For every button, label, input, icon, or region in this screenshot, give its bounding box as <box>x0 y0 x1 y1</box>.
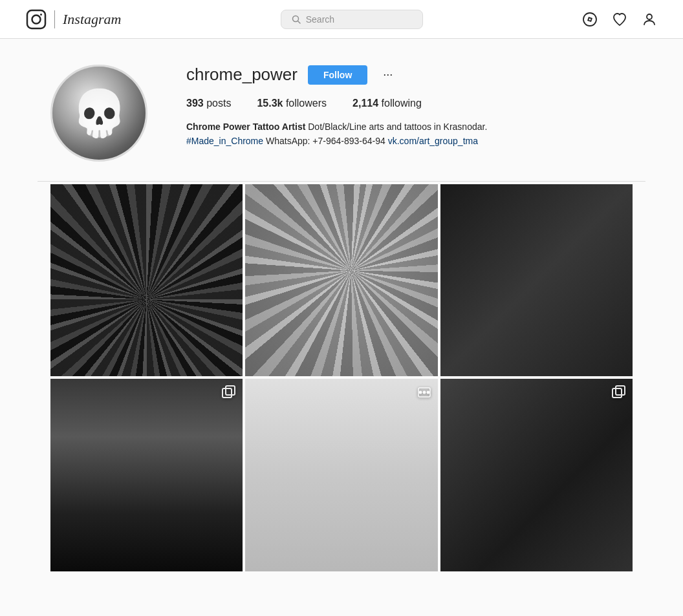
heart-icon[interactable] <box>612 12 627 27</box>
header-divider <box>54 10 55 28</box>
svg-rect-16 <box>616 386 625 395</box>
svg-rect-10 <box>226 386 235 395</box>
svg-point-7 <box>589 18 591 20</box>
following-label: following <box>382 98 422 109</box>
multiple-images-icon <box>222 385 236 399</box>
svg-point-8 <box>647 14 652 19</box>
grid-item[interactable] <box>245 184 437 376</box>
svg-line-4 <box>298 21 300 23</box>
explore-icon[interactable] <box>582 12 598 27</box>
avatar[interactable] <box>50 65 147 162</box>
following-count: 2,114 <box>352 98 378 109</box>
avatar-image <box>52 67 146 160</box>
svg-point-11 <box>418 391 422 394</box>
svg-rect-0 <box>27 10 45 28</box>
svg-point-12 <box>422 391 426 394</box>
search-bar[interactable]: Search <box>281 10 423 29</box>
followers-stat[interactable]: 15.3k followers <box>257 98 327 109</box>
instagram-wordmark: Instagram <box>63 11 121 28</box>
search-placeholder-text: Search <box>306 14 334 25</box>
profile-info: chrome_power Follow ··· 393 posts 15.3k … <box>186 65 633 149</box>
grid-item[interactable] <box>440 379 633 571</box>
bio-display-name: Chrome Power Tattoo Artist <box>186 122 305 132</box>
profile-top-row: chrome_power Follow ··· <box>186 65 633 85</box>
search-icon <box>292 15 301 24</box>
svg-point-13 <box>426 391 429 394</box>
svg-rect-9 <box>222 388 232 398</box>
more-options-button[interactable]: ··· <box>378 65 398 84</box>
grid-item[interactable] <box>245 379 437 571</box>
person-icon[interactable] <box>642 12 657 27</box>
grid-item[interactable] <box>50 184 243 376</box>
bio-hashtag[interactable]: #Made_in_Chrome <box>186 136 263 146</box>
app-header: Instagram Search <box>0 0 683 39</box>
profile-grid-divider <box>38 181 645 182</box>
posts-count: 393 <box>186 98 204 109</box>
header-logo-area: Instagram <box>26 9 121 30</box>
following-stat[interactable]: 2,114 following <box>352 98 422 109</box>
svg-point-2 <box>40 14 42 16</box>
profile-stats: 393 posts 15.3k followers 2,114 followin… <box>186 98 633 109</box>
profile-username: chrome_power <box>186 65 298 85</box>
grid-item[interactable] <box>50 379 243 571</box>
profile-bio: Chrome Power Tattoo Artist Dot/Black/Lin… <box>186 120 633 149</box>
photo-grid <box>38 184 645 571</box>
carousel-icon <box>417 385 431 399</box>
bio-description: Dot/Black/Line arts and tattoos in Krasn… <box>308 122 487 132</box>
followers-label: followers <box>286 98 327 109</box>
multiple-images-icon <box>612 385 626 399</box>
header-actions <box>582 12 657 27</box>
posts-stat: 393 posts <box>186 98 231 109</box>
svg-rect-15 <box>613 388 622 398</box>
bio-link[interactable]: vk.com/art_group_tma <box>388 136 478 146</box>
profile-section: chrome_power Follow ··· 393 posts 15.3k … <box>38 65 645 162</box>
follow-button[interactable]: Follow <box>308 65 367 85</box>
grid-item[interactable] <box>440 184 633 376</box>
bio-contact: WhatsApp: +7-964-893-64-94 <box>266 136 388 146</box>
posts-label: posts <box>206 98 231 109</box>
followers-count: 15.3k <box>257 98 283 109</box>
svg-point-1 <box>32 15 41 23</box>
instagram-logo-icon[interactable] <box>26 9 47 30</box>
